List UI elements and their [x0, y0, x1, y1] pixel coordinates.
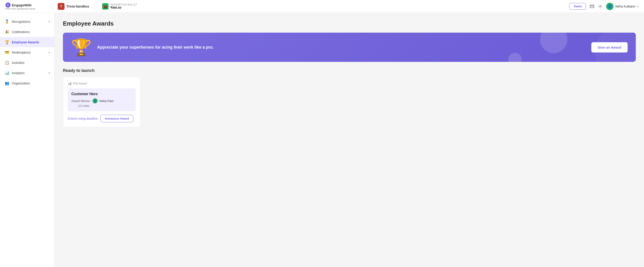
svg-point-2: [600, 6, 601, 7]
sidebar-label-recognitions: Recognitions: [12, 20, 30, 24]
sidebar-item-redemptions[interactable]: 💳 Redemptions ▾: [0, 47, 54, 58]
sidebar-icon-recognitions: 🏅: [4, 20, 10, 24]
poll-icon: 📊: [68, 82, 72, 85]
sidebar-item-left: 📊 Analytics: [4, 71, 24, 75]
announce-award-button[interactable]: Announce Award: [100, 115, 133, 122]
user-name: Neha Kulkarni: [615, 5, 635, 8]
sidebar-item-recognitions[interactable]: 🏅 Recognitions ▾: [0, 17, 54, 27]
sidebar-item-left: 👥 Organization: [4, 81, 30, 85]
sidebar-icon-employee-awards: 🏆: [4, 40, 10, 44]
wallet-button[interactable]: [590, 4, 594, 9]
workspace-name: Trivia-Sandbox: [66, 5, 89, 8]
navbar-right: Tasks 👤 Neha Kulkarni ▾: [569, 3, 638, 10]
award-name: Customer Hero: [71, 92, 132, 96]
chevron-icon-analytics: ▾: [48, 71, 50, 75]
sidebar-item-activities[interactable]: 📋 Activities: [0, 58, 54, 68]
sidebar-label-employee-awards: Employee Awards: [12, 40, 39, 44]
chevron-icon-recognitions: ▾: [48, 20, 50, 23]
user-badge[interactable]: 👤 Neha Kulkarni ▾: [606, 3, 638, 10]
sidebar-label-analytics: Analytics: [12, 71, 24, 75]
extend-voting-link[interactable]: Extend voting deadline: [68, 117, 98, 120]
sidebar-icon-analytics: 📊: [4, 71, 10, 75]
sidebar-item-left: 💳 Redemptions: [4, 50, 31, 55]
navbar-divider-2: [94, 3, 95, 10]
sidebar: 🏅 Recognitions ▾ 🎉 Celebrations 🏆 Employ…: [0, 13, 55, 267]
workspace-badge[interactable]: T Trivia-Sandbox: [58, 3, 89, 10]
sidebar-icon-organization: 👥: [4, 81, 10, 85]
sidebar-icon-celebrations: 🎉: [4, 30, 10, 34]
hero-text: Appreciate your superheroes for acing th…: [97, 44, 586, 51]
card-poll-label: 📊 Poll Award: [68, 82, 136, 85]
trophy-icon: 🏆: [71, 39, 92, 56]
wallet-info: REDEMPTION WALLET ₹990.00: [110, 4, 137, 9]
sidebar-icon-redemptions: 💳: [4, 50, 10, 55]
app-body: 🏅 Recognitions ▾ 🎉 Celebrations 🏆 Employ…: [0, 13, 644, 267]
ready-section-title: Ready to launch: [63, 68, 636, 73]
gear-icon: [598, 4, 602, 9]
settings-button[interactable]: [598, 4, 602, 9]
app-name: EngageWith: [12, 3, 32, 7]
sidebar-item-analytics[interactable]: 📊 Analytics ▾: [0, 68, 54, 78]
give-award-button[interactable]: Give an Award: [591, 42, 628, 53]
winner-votes: 1/1 votes: [78, 104, 132, 108]
main-content: Employee Awards 🏆 Appreciate your superh…: [55, 13, 644, 267]
wallet-nav-icon: [590, 4, 594, 9]
winner-name: Neha Pant: [100, 99, 113, 103]
app-subtitle: Part of the springworks family: [6, 8, 46, 10]
sidebar-label-organization: Organization: [12, 82, 30, 85]
svg-rect-0: [590, 5, 594, 8]
workspace-letter: T: [58, 3, 64, 10]
sidebar-icon-activities: 📋: [4, 61, 10, 65]
redemption-wallet[interactable]: 💼 REDEMPTION WALLET ₹990.00: [102, 3, 137, 10]
wallet-label: REDEMPTION WALLET: [110, 4, 137, 6]
card-actions: Extend voting deadline Announce Award: [68, 115, 136, 122]
award-winner-row: Award Winner: 👤 Neha Pant: [71, 98, 132, 103]
chevron-icon-redemptions: ▾: [48, 51, 50, 54]
hero-banner: 🏆 Appreciate your superheroes for acing …: [63, 33, 636, 62]
award-winner-box: Customer Hero Award Winner: 👤 Neha Pant …: [68, 88, 136, 111]
sidebar-label-celebrations: Celebrations: [12, 30, 30, 34]
sidebar-item-left: 🏆 Employee Awards: [4, 40, 39, 44]
sidebar-item-employee-awards[interactable]: 🏆 Employee Awards: [0, 37, 54, 47]
card-type: Poll Award: [73, 82, 87, 85]
wallet-icon: 💼: [102, 3, 108, 10]
wallet-amount: ₹990.00: [110, 6, 137, 9]
page-title: Employee Awards: [63, 20, 636, 27]
navbar: E EngageWith Part of the springworks fam…: [0, 0, 644, 13]
user-chevron-icon: ▾: [637, 5, 638, 8]
logo-icon: E: [6, 3, 10, 8]
sidebar-item-celebrations[interactable]: 🎉 Celebrations: [0, 27, 54, 37]
hero-description: Appreciate your superheroes for acing th…: [97, 44, 586, 51]
navbar-divider: [52, 3, 52, 10]
sidebar-label-redemptions: Redemptions: [12, 51, 31, 54]
user-avatar: 👤: [606, 3, 614, 10]
sidebar-item-organization[interactable]: 👥 Organization: [0, 78, 54, 88]
sidebar-item-left: 🏅 Recognitions: [4, 20, 30, 24]
winner-label: Award Winner:: [71, 99, 91, 103]
tasks-button[interactable]: Tasks: [569, 3, 586, 10]
sidebar-label-activities: Activities: [12, 61, 24, 65]
award-cards-row: 📊 Poll Award Customer Hero Award Winner:…: [63, 77, 636, 127]
sidebar-item-left: 📋 Activities: [4, 61, 24, 65]
app-logo: E EngageWith Part of the springworks fam…: [6, 3, 46, 10]
winner-avatar: 👤: [92, 98, 98, 103]
award-card: 📊 Poll Award Customer Hero Award Winner:…: [63, 77, 140, 127]
sidebar-item-left: 🎉 Celebrations: [4, 30, 30, 34]
